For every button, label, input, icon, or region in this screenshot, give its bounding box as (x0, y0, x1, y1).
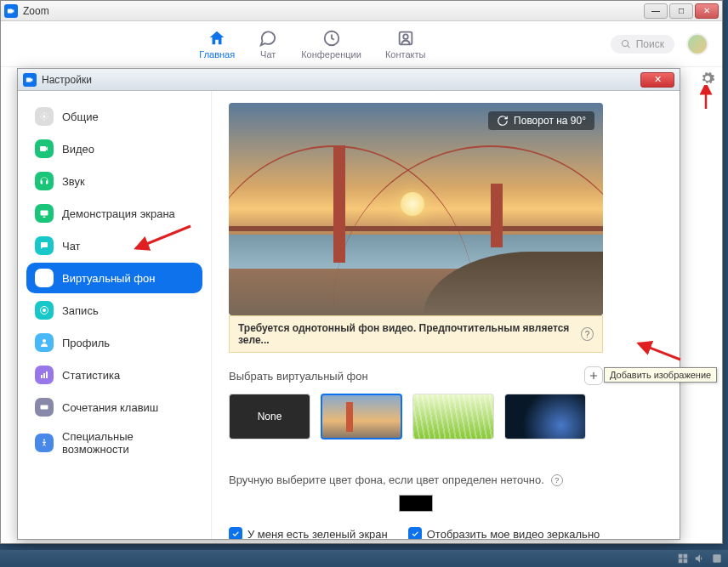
svg-rect-13 (46, 371, 48, 378)
sidebar-item-video[interactable]: Видео (26, 133, 202, 164)
sidebar-item-label: Общие (62, 111, 99, 123)
contacts-icon (396, 29, 415, 48)
sidebar-item-label: Демонстрация экрана (62, 207, 175, 220)
settings-sidebar: Общие Видео Звук Демонстрация экрана Чат… (18, 91, 212, 539)
green-screen-checkbox[interactable]: У меня есть зеленый экран (229, 527, 388, 539)
settings-content: Поворот на 90° Требуется однотонный фон … (212, 91, 680, 539)
virtual-bg-icon (35, 269, 54, 287)
nav-home-label: Главная (199, 49, 235, 60)
recording-icon (35, 301, 54, 320)
sidebar-item-virtual-bg[interactable]: Виртуальный фон (26, 263, 202, 293)
checkbox-checked-icon (408, 527, 422, 539)
nav-right: Поиск (611, 33, 708, 55)
nav-tabs: Главная Чат Конференции Контакты (199, 29, 425, 60)
nav-meetings[interactable]: Конференции (301, 29, 361, 60)
mirror-label: Отобразить мое видео зеркально (427, 528, 600, 540)
sidebar-item-label: Звук (62, 175, 85, 188)
help-icon[interactable]: ? (581, 327, 594, 341)
svg-rect-14 (41, 405, 48, 410)
svg-rect-12 (43, 373, 45, 378)
sidebar-item-general[interactable]: Общие (26, 101, 202, 132)
svg-point-10 (43, 339, 46, 343)
rotate-90-button[interactable]: Поворот на 90° (488, 111, 594, 130)
maximize-button[interactable]: □ (669, 3, 693, 19)
preview-tower (491, 184, 503, 247)
sidebar-item-recording[interactable]: Запись (26, 295, 202, 326)
profile-icon (35, 333, 54, 352)
clock-icon (322, 29, 341, 48)
sidebar-item-audio[interactable]: Звук (26, 166, 202, 196)
color-swatch[interactable] (399, 495, 433, 512)
bg-thumbnails: None (229, 394, 603, 439)
bg-thumb-none[interactable]: None (229, 394, 310, 439)
chat-icon (35, 236, 54, 255)
rotate-icon (497, 115, 509, 127)
sidebar-item-stats[interactable]: Статистика (26, 360, 202, 390)
sidebar-item-share[interactable]: Демонстрация экрана (26, 198, 202, 229)
top-nav: Главная Чат Конференции Контакты Поиск (1, 21, 722, 67)
zoom-app-icon (4, 4, 18, 18)
bg-thumb-grass[interactable] (412, 394, 494, 439)
nav-home[interactable]: Главная (199, 29, 235, 60)
manual-color-row: Вручную выберите цвет фона, если цвет оп… (229, 473, 603, 486)
checkboxes-row: У меня есть зеленый экран Отобразить мое… (229, 527, 603, 539)
search-placeholder: Поиск (636, 38, 664, 50)
sidebar-item-chat[interactable]: Чат (26, 230, 202, 261)
zoom-app-icon (23, 73, 37, 87)
rotate-label: Поворот на 90° (514, 115, 586, 127)
general-icon (35, 107, 54, 126)
svg-point-15 (43, 439, 45, 441)
close-button[interactable]: ✕ (695, 3, 719, 19)
avatar[interactable] (686, 33, 708, 55)
home-icon (208, 29, 226, 48)
audio-icon (35, 172, 54, 190)
minimize-button[interactable]: — (644, 3, 668, 19)
nav-contacts[interactable]: Контакты (385, 29, 426, 60)
sidebar-item-profile[interactable]: Профиль (26, 327, 202, 358)
add-background-button[interactable] (584, 366, 603, 385)
search-input[interactable]: Поиск (611, 35, 674, 54)
choose-bg-row: Выбрать виртуальный фон (229, 366, 603, 385)
sidebar-item-label: Запись (62, 304, 99, 317)
svg-point-7 (43, 277, 45, 279)
choose-bg-label: Выбрать виртуальный фон (229, 370, 368, 383)
sidebar-item-label: Специальные возможности (62, 430, 194, 456)
sidebar-item-accessibility[interactable]: Специальные возможности (26, 424, 202, 462)
color-swatch-row (229, 495, 603, 515)
taskbar (0, 550, 728, 567)
window-title: Zoom (23, 5, 644, 17)
thumb-none-label: None (258, 411, 282, 422)
settings-close-button[interactable]: ✕ (640, 72, 674, 88)
accessibility-icon (35, 434, 54, 452)
svg-point-2 (403, 34, 408, 39)
help-icon[interactable]: ? (551, 474, 563, 486)
manual-label: Вручную выберите цвет фона, если цвет оп… (229, 473, 544, 486)
add-image-tooltip: Добавить изображение (604, 367, 717, 383)
svg-point-9 (43, 309, 46, 312)
chat-icon (259, 29, 277, 48)
sidebar-item-shortcuts[interactable]: Сочетания клавиш (26, 392, 202, 422)
warning-bar: Требуется однотонный фон видео. Предпочт… (229, 315, 603, 353)
tray-icon[interactable] (711, 553, 723, 564)
keyboard-icon (35, 398, 54, 417)
svg-rect-18 (713, 554, 720, 562)
nav-chat[interactable]: Чат (259, 29, 277, 60)
bg-thumb-space[interactable] (504, 394, 586, 439)
settings-window: Настройки ✕ Общие Видео Звук Демонстраци… (17, 68, 680, 540)
tray-volume-icon[interactable] (694, 553, 706, 564)
settings-title: Настройки (42, 74, 640, 86)
manual-color-section: Вручную выберите цвет фона, если цвет оп… (229, 473, 603, 539)
mirror-video-checkbox[interactable]: Отобразить мое видео зеркально (408, 527, 600, 539)
bg-thumb-bridge[interactable] (321, 394, 402, 439)
main-title-bar: Zoom — □ ✕ (1, 1, 722, 21)
sidebar-item-label: Чат (62, 240, 81, 252)
svg-point-4 (43, 116, 46, 118)
window-controls: — □ ✕ (644, 3, 719, 19)
preview-tower (333, 145, 345, 263)
share-icon (35, 204, 54, 223)
sidebar-item-label: Видео (62, 143, 94, 156)
sidebar-item-label: Виртуальный фон (62, 272, 155, 285)
tray-icon[interactable] (677, 553, 689, 564)
svg-rect-5 (41, 211, 48, 216)
video-preview: Поворот на 90° (229, 103, 603, 315)
